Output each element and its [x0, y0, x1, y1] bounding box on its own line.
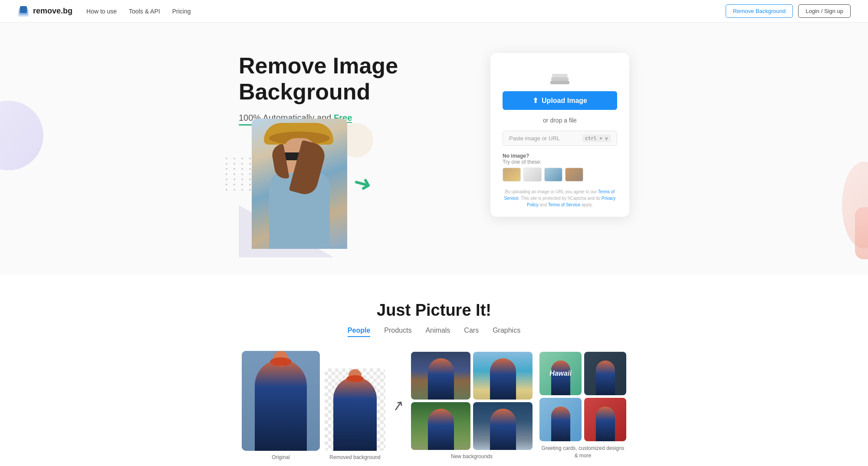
no-image-text: No image? — [503, 153, 617, 159]
hero-dot — [249, 158, 251, 159]
hero-dot — [241, 158, 243, 159]
tos-text: By uploading an image or URL you agree t… — [503, 188, 617, 208]
layer-1 — [550, 81, 569, 84]
demo-gc-person-3 — [551, 407, 570, 441]
upload-layers-icon — [548, 67, 572, 84]
hero-dot — [249, 184, 251, 185]
layer-3 — [552, 74, 568, 77]
hero-dot — [249, 178, 251, 180]
demo-original-image — [242, 351, 320, 451]
demo-new-bg-col: New backgrounds — [411, 352, 533, 459]
svg-rect-2 — [20, 6, 27, 13]
nav-pricing[interactable]: Pricing — [172, 8, 191, 15]
hero-dot — [241, 168, 243, 170]
demo-bg-grid — [411, 352, 533, 450]
demo-new-bg-label: New backgrounds — [451, 453, 493, 459]
hero-dot — [233, 184, 235, 185]
section2-title: Just Picture It! — [17, 301, 851, 320]
hero-dot — [226, 178, 227, 180]
demo-gc-person-1 — [551, 360, 570, 395]
hero-dot — [233, 189, 235, 191]
demo-gc-beach2 — [539, 398, 582, 441]
paste-area[interactable]: Paste image or URL ctrl + v — [503, 131, 617, 146]
demo-strip: Original ↷ Removed background ↗ — [239, 351, 629, 460]
upload-image-button[interactable]: ⬆ Upload Image — [503, 91, 617, 110]
hero-dot — [226, 189, 227, 191]
paste-placeholder-text: Paste image or URL — [509, 135, 560, 142]
hero-dot — [226, 184, 227, 185]
hero-dot — [241, 163, 243, 165]
tab-people[interactable]: People — [348, 327, 370, 337]
hero-dot — [249, 189, 251, 191]
try-one-text: Try one of these: — [503, 159, 542, 165]
category-tabs: People Products Animals Cars Graphics — [17, 327, 851, 337]
hero-dot — [233, 168, 235, 170]
paste-shortcut: ctrl + v — [582, 135, 611, 142]
demo-gc-red — [584, 398, 626, 441]
demo-removed-wrap: Removed background — [325, 368, 385, 460]
upload-icon: ⬆ — [533, 96, 538, 105]
hero-dot — [241, 178, 243, 180]
demo-removed-label: Removed background — [329, 454, 380, 460]
demo-person-beach — [490, 358, 516, 400]
sample-thumb-3[interactable] — [544, 168, 562, 182]
navbar-right: Remove Background Login / Sign up — [726, 4, 851, 18]
sample-thumb-2[interactable] — [523, 168, 542, 182]
nav-tools-api[interactable]: Tools & API — [129, 8, 160, 15]
demo-bg-mountain — [473, 402, 533, 450]
demo-person-cut — [333, 377, 377, 451]
hero-dot — [226, 158, 227, 159]
tab-products[interactable]: Products — [384, 327, 411, 337]
section2: Just Picture It! People Products Animals… — [0, 275, 868, 466]
demo-gc-dark — [584, 352, 626, 395]
hero-dot — [249, 173, 251, 175]
demo-person-tropical — [428, 409, 454, 450]
logo-icon — [17, 5, 30, 17]
logo-text: remove.bg — [33, 7, 72, 16]
sample-images — [503, 168, 617, 182]
upload-button-label: Upload Image — [542, 97, 587, 105]
upload-card: ⬆ Upload Image or drop a file Paste imag… — [490, 53, 629, 217]
demo-bg-london — [411, 352, 470, 400]
demo-greeting-label: Greeting cards, customized designs & mor… — [539, 445, 626, 459]
sample-section: No image? Try one of these: — [503, 153, 617, 182]
sample-thumb-1[interactable] — [503, 168, 521, 182]
hero-section: Remove Image Background 100% Automatical… — [0, 23, 868, 275]
demo-person-london — [428, 358, 454, 400]
hero-dot — [226, 163, 227, 165]
navbar: remove.bg How to use Tools & API Pricing… — [0, 0, 868, 23]
logo[interactable]: remove.bg — [17, 5, 72, 17]
tab-cars[interactable]: Cars — [464, 327, 479, 337]
sample-thumb-4[interactable] — [565, 168, 583, 182]
hero-illustration: (function(){ const container = document.… — [239, 136, 464, 258]
tos-link-2[interactable]: Terms of Service — [548, 202, 580, 207]
deco-right-blob — [855, 207, 868, 259]
demo-arrow-right: ↗ — [391, 397, 405, 415]
tab-graphics[interactable]: Graphics — [493, 327, 520, 337]
hero-dot — [249, 163, 251, 165]
demo-removed-image — [325, 368, 385, 451]
remove-background-button[interactable]: Remove Background — [726, 4, 793, 18]
hero-dot — [241, 184, 243, 185]
hero-dot — [241, 189, 243, 191]
demo-greeting-grid: Hawaii — [539, 352, 626, 441]
demo-greeting-wrap: Hawaii Greeting cards, customized design… — [539, 352, 626, 459]
hero-dot — [233, 158, 235, 159]
hero-dot — [233, 173, 235, 175]
demo-bg-tropical — [411, 402, 470, 450]
hero-dot — [226, 168, 227, 170]
nav-how-to-use[interactable]: How to use — [86, 8, 117, 15]
demo-original-label: Original — [272, 454, 289, 460]
demo-gc-person-4 — [596, 407, 615, 441]
demo-gc-person-2 — [596, 360, 615, 395]
demo-person-original — [255, 360, 307, 451]
drop-file-text: or drop a file — [543, 117, 577, 124]
demo-gc-hawaii: Hawaii — [539, 352, 582, 395]
demo-original-col: Original — [242, 351, 320, 460]
hero-dot — [226, 173, 227, 175]
tos-link[interactable]: Terms of Service — [504, 189, 615, 201]
hero-dot — [241, 173, 243, 175]
login-signup-button[interactable]: Login / Sign up — [798, 4, 851, 18]
hero-dot — [233, 163, 235, 165]
tab-animals[interactable]: Animals — [425, 327, 450, 337]
